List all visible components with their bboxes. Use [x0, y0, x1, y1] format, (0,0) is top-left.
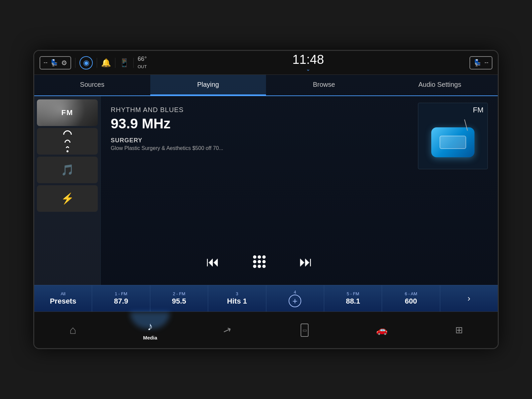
radio-graphic — [431, 127, 474, 157]
fm-source-button[interactable]: FM — [37, 99, 98, 126]
add-preset-icon[interactable]: + — [289, 295, 301, 307]
preset-1[interactable]: 1 - FM 87.9 — [92, 285, 150, 312]
station-genre: RHYTHM AND BLUES — [111, 106, 408, 114]
art-label: FM — [418, 103, 487, 116]
usb-button[interactable]: ⚡ — [37, 185, 98, 212]
preset-3[interactable]: 3 Hits 1 — [208, 285, 266, 312]
media-icon: ♪ — [147, 320, 153, 333]
status-right: 💺 -- — [469, 56, 492, 69]
main-content: Sources Playing Browse Audio Settings FM — [34, 75, 498, 312]
left-status-box[interactable]: -- 💺 ⚙ — [40, 56, 71, 69]
preset-all[interactable]: All Presets — [34, 285, 92, 312]
right-dashes: -- — [484, 59, 488, 66]
voice-icon[interactable]: ◉ — [79, 56, 93, 69]
apps-icon: ⊞ — [455, 325, 463, 335]
separator-1 — [75, 58, 75, 68]
nav-home[interactable]: ⌂ — [34, 312, 111, 348]
tab-audio-settings[interactable]: Audio Settings — [382, 75, 498, 95]
nav-media[interactable]: ♪ Media — [111, 312, 189, 348]
nav-apps[interactable]: ⊞ — [421, 312, 498, 348]
next-icon: ⏭ — [299, 254, 313, 269]
playback-controls: ⏮ — [111, 245, 408, 278]
seat-icon: 💺 — [50, 59, 59, 67]
album-art-container: FM — [418, 96, 498, 285]
program-title: SURGERY — [111, 137, 408, 144]
mobile-icon: ▭ — [301, 324, 309, 337]
separator-2 — [97, 58, 97, 68]
tabs: Sources Playing Browse Audio Settings — [34, 75, 498, 96]
wifi-icon — [63, 130, 72, 152]
tab-sources[interactable]: Sources — [34, 75, 150, 95]
time-display: 11:48 — [292, 53, 324, 66]
right-status-box[interactable]: 💺 -- — [469, 56, 492, 69]
status-center: 11:48 ⌄ — [292, 53, 324, 72]
home-icon: ⌂ — [69, 324, 76, 336]
media-label: Media — [143, 335, 157, 340]
right-seat-icon: 💺 — [473, 59, 482, 67]
presets-bar: All Presets 1 - FM 87.9 2 - FM 95.5 3 Hi… — [34, 285, 498, 312]
previous-icon: ⏮ — [206, 254, 219, 269]
next-button[interactable]: ⏭ — [296, 252, 316, 272]
left-dashes: -- — [44, 59, 48, 66]
settings-icon: ⚙ — [61, 59, 67, 67]
separator-4 — [133, 58, 134, 68]
grid-icon — [253, 255, 266, 268]
album-art-visual — [418, 116, 487, 169]
next-presets-icon: › — [467, 293, 470, 304]
preset-4-add[interactable]: 4 + — [266, 285, 324, 312]
preset-2[interactable]: 2 - FM 95.5 — [150, 285, 208, 312]
album-art-box: FM — [418, 103, 488, 169]
car-infotainment-screen: -- 💺 ⚙ ◉ 🔔 📱 66° OUT 11:48 ⌄ — [33, 50, 499, 349]
track-details: RHYTHM AND BLUES 93.9 MHz SURGERY Glow P… — [111, 106, 408, 245]
music-note-icon: 🎵 — [61, 164, 74, 176]
bottom-nav: ⌂ ♪ Media ↗ ▭ 🚗 ⊞ — [34, 312, 498, 348]
phone-nav-icon: ↗ — [221, 323, 233, 337]
antenna-icon — [464, 119, 468, 131]
grid-button[interactable] — [249, 252, 269, 272]
media-player-button[interactable]: 🎵 — [37, 157, 98, 183]
usb-icon: ⚡ — [61, 192, 74, 205]
preset-5[interactable]: 5 - FM 88.1 — [324, 285, 382, 312]
status-bar: -- 💺 ⚙ ◉ 🔔 📱 66° OUT 11:48 ⌄ — [34, 51, 498, 75]
separator-3 — [115, 58, 115, 68]
preset-6[interactable]: 6 - AM 600 — [382, 285, 440, 312]
wifi-radio-button[interactable] — [37, 128, 98, 155]
previous-button[interactable]: ⏮ — [203, 252, 223, 272]
status-left: -- 💺 ⚙ ◉ 🔔 📱 66° OUT — [40, 56, 147, 70]
nav-car[interactable]: 🚗 — [343, 312, 420, 348]
track-info: RHYTHM AND BLUES 93.9 MHz SURGERY Glow P… — [101, 96, 418, 285]
tab-playing[interactable]: Playing — [150, 75, 266, 95]
time-chevron[interactable]: ⌄ — [306, 66, 310, 72]
station-frequency: 93.9 MHz — [111, 116, 408, 132]
temperature-display: 66° OUT — [138, 56, 147, 70]
sidebar: FM 🎵 ⚡ — [34, 96, 101, 285]
tab-browse[interactable]: Browse — [266, 75, 382, 95]
notification-icon[interactable]: 🔔 — [101, 58, 111, 67]
radio-screen — [440, 136, 466, 149]
nav-mobile[interactable]: ▭ — [266, 312, 343, 348]
player-area: FM 🎵 ⚡ — [34, 96, 498, 285]
car-icon: 🚗 — [376, 325, 388, 335]
nav-phone[interactable]: ↗ — [189, 312, 266, 348]
phone-icon[interactable]: 📱 — [119, 58, 129, 67]
program-description: Glow Plastic Surgery & Aesthetics $500 o… — [111, 145, 408, 151]
preset-next[interactable]: › — [440, 285, 498, 312]
